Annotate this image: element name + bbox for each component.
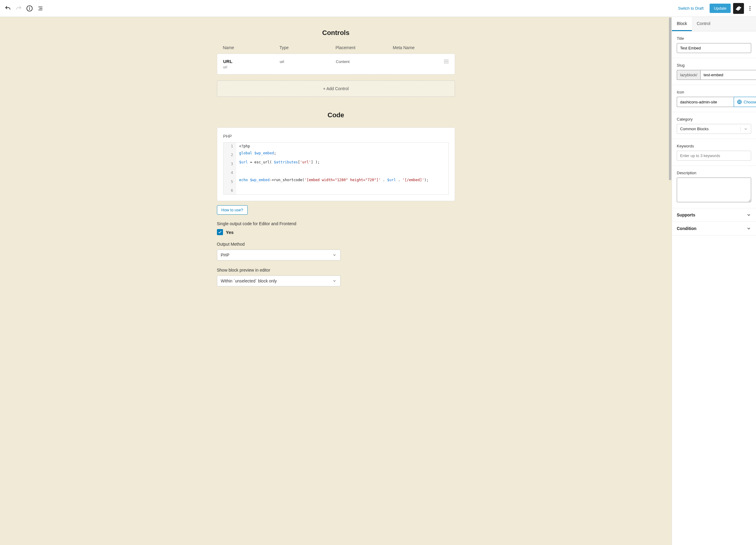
info-button[interactable] xyxy=(24,3,35,14)
yes-label: Yes xyxy=(226,230,234,235)
update-button[interactable]: Update xyxy=(710,4,731,13)
controls-table-header: Name Type Placement Meta Name xyxy=(217,45,455,54)
controls-heading: Controls xyxy=(217,29,455,37)
condition-accordion[interactable]: Condition xyxy=(672,222,756,235)
line-number: 3 xyxy=(224,160,236,168)
header-name: Name xyxy=(223,45,280,50)
control-title: URL xyxy=(223,59,280,64)
code-card: PHP 1<?php 2global $wp_embed; 3$url = es… xyxy=(217,127,455,201)
single-output-label: Single output code for Editor and Fronte… xyxy=(217,221,455,226)
title-label: Title xyxy=(677,36,751,41)
category-label: Category xyxy=(677,117,751,121)
icon-label: Icon xyxy=(677,90,751,94)
control-placement: Content xyxy=(336,59,393,64)
sidebar-tabs: Block Control xyxy=(672,17,756,31)
code-line: echo $wp_embed->run_shortcode('[embed wi… xyxy=(236,177,448,186)
svg-point-6 xyxy=(750,6,751,7)
chevron-down-icon xyxy=(332,279,337,283)
keywords-input[interactable] xyxy=(677,151,751,161)
single-output-checkbox-row[interactable]: Yes xyxy=(217,229,455,235)
supports-label: Supports xyxy=(677,212,695,217)
preview-value: Within `unselected` block only xyxy=(221,279,277,284)
code-line xyxy=(236,186,448,194)
top-toolbar: Switch to Draft Update xyxy=(0,0,756,17)
tab-control[interactable]: Control xyxy=(692,17,715,31)
category-select[interactable]: Common Blocks xyxy=(677,124,751,134)
code-lang-label: PHP xyxy=(223,134,449,139)
supports-accordion[interactable]: Supports xyxy=(672,208,756,222)
code-heading: Code xyxy=(217,111,455,119)
description-textarea[interactable] xyxy=(677,177,751,202)
code-line: global $wp_embed; xyxy=(236,151,448,159)
line-number: 5 xyxy=(224,177,236,186)
slug-input[interactable] xyxy=(700,70,756,80)
control-type: url xyxy=(280,59,336,64)
toolbar-left xyxy=(2,3,46,14)
checkbox-checked-icon[interactable] xyxy=(217,229,223,235)
slug-label: Slug xyxy=(677,63,751,67)
redo-button[interactable] xyxy=(13,3,24,14)
icon-input[interactable] xyxy=(677,97,734,107)
header-meta: Meta Name xyxy=(393,45,449,50)
settings-button[interactable] xyxy=(733,3,744,14)
keywords-label: Keywords xyxy=(677,144,751,148)
scrollbar-thumb[interactable] xyxy=(669,17,671,180)
description-label: Description xyxy=(677,171,751,175)
title-input[interactable] xyxy=(677,43,751,53)
preview-select[interactable]: Within `unselected` block only xyxy=(217,276,340,287)
category-value: Common Blocks xyxy=(680,127,709,131)
code-editor[interactable]: 1<?php 2global $wp_embed; 3$url = esc_ur… xyxy=(223,142,449,195)
output-method-label: Output Method xyxy=(217,242,455,246)
svg-point-8 xyxy=(750,10,751,11)
line-number: 6 xyxy=(224,186,236,194)
output-method-value: PHP xyxy=(221,252,230,257)
drag-handle-icon[interactable] xyxy=(444,59,449,64)
main-content: Controls Name Type Placement Meta Name U… xyxy=(0,17,672,545)
code-line xyxy=(236,168,448,177)
condition-label: Condition xyxy=(677,226,696,231)
more-options-button[interactable] xyxy=(746,3,754,14)
tab-block[interactable]: Block xyxy=(672,17,692,31)
globe-icon xyxy=(737,99,742,104)
line-number: 2 xyxy=(224,151,236,159)
control-row-url[interactable]: URL url url Content xyxy=(217,54,455,74)
chevron-down-icon xyxy=(746,226,751,231)
header-type: Type xyxy=(280,45,336,50)
code-line: $url = esc_url( $attributes['url'] ); xyxy=(236,160,448,168)
switch-to-draft-link[interactable]: Switch to Draft xyxy=(675,4,707,13)
settings-sidebar: Block Control Title Slug lazyblock/ Icon… xyxy=(672,17,756,545)
svg-point-7 xyxy=(750,8,751,9)
code-line: <?php xyxy=(236,142,448,151)
choose-icon-button[interactable]: Choose xyxy=(734,97,756,107)
output-method-select[interactable]: PHP xyxy=(217,249,340,260)
how-to-use-button[interactable]: How to use? xyxy=(217,205,248,214)
main-layout: Controls Name Type Placement Meta Name U… xyxy=(0,17,756,545)
preview-label: Show block preview in editor xyxy=(217,268,455,272)
scrollbar[interactable] xyxy=(668,17,672,545)
choose-label: Choose xyxy=(744,100,756,104)
header-placement: Placement xyxy=(336,45,393,50)
undo-button[interactable] xyxy=(2,3,13,14)
line-number: 4 xyxy=(224,168,236,177)
toolbar-right: Switch to Draft Update xyxy=(675,3,754,14)
chevron-down-icon xyxy=(740,127,748,131)
control-sub: url xyxy=(223,65,280,69)
slug-prefix: lazyblock/ xyxy=(677,70,700,80)
add-control-button[interactable]: + Add Control xyxy=(217,80,455,97)
chevron-down-icon xyxy=(746,212,751,217)
chevron-down-icon xyxy=(332,253,337,257)
line-number: 1 xyxy=(224,142,236,151)
outline-button[interactable] xyxy=(35,3,46,14)
